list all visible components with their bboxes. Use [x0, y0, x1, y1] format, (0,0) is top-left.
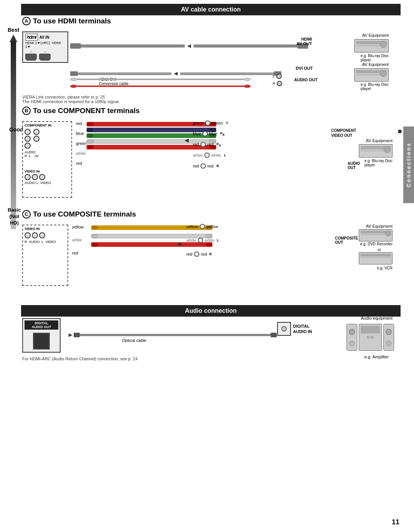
digital-audio-out-label: DIGITALAUDIO OUT [25, 320, 58, 330]
component-tv-panel: COMPONENT IN AUDIO R L AV VIDEO IN [22, 121, 72, 198]
digital-audio-out-box: DIGITALAUDIO OUT [22, 318, 61, 353]
section-b-circle: B [22, 107, 31, 115]
quality-indicator: Best Good Basic(Not HD) [8, 27, 19, 230]
section-b-diagram: COMPONENT IN AUDIO R L AV VIDEO IN [22, 117, 400, 213]
hdmi-dvi-cable: ◄ [70, 70, 281, 77]
sidebar-dot [398, 130, 402, 133]
quality-good-label: Good [9, 126, 23, 133]
arrow-c: ◄ [176, 240, 182, 248]
hdmi-port-labels: HDMI 1▼(ARC) HDMI 2▼ [25, 41, 65, 49]
av-in-label: AV IN [39, 35, 49, 39]
amplifier-note: e.g. Amplifier [364, 355, 389, 359]
dvi-out-label: DVI OUT [296, 66, 313, 71]
hdmi-port-1 [25, 54, 37, 61]
audio-cable-l [70, 77, 251, 81]
section-a-diagram: hdmi AV IN HDMI 1▼(ARC) HDMI 2▼ → → [22, 28, 400, 104]
av-equipment-2-box [354, 68, 389, 82]
component-video-out: COMPONENTVIDEO OUT [331, 128, 356, 138]
composite-tv-panel: VIDEO IN R AUDIO L VIDEO [22, 225, 68, 286]
right-sidebar: Connections [403, 126, 414, 203]
av-equipment-2-note: e.g. Blu-ray Discplayer [361, 82, 389, 91]
arrow-b: ◄ [183, 136, 190, 144]
av-equipment-b-label: AV Equipment [366, 138, 393, 143]
optical-cable-label: Optical cable [122, 338, 146, 343]
av-equipment-c1-note: e.g. DVD Recorder [360, 242, 393, 246]
section-a-notes: VIERA Link connection, please refer to p… [22, 95, 120, 104]
digital-audio-in-icon [277, 322, 291, 336]
section-b: B To use COMPONENT terminals COMPONENT I… [22, 107, 400, 213]
wire-labels-left-c: yellow white red [72, 225, 84, 255]
av-equipment-c1-box [359, 229, 393, 241]
hdmi-out-label: HDMIAV OUT [296, 37, 312, 46]
audio-section: DIGITALAUDIO OUT ► Optical cable DIGITAL… [22, 314, 400, 391]
note-1: VIERA Link connection, please refer to p… [22, 95, 120, 99]
av-equipment-1-box [354, 39, 389, 53]
mid-labels-b: green green Y blue blue PB red red PR wh… [193, 120, 228, 169]
section-c-circle: C [22, 210, 31, 218]
section-c: C To use COMPOSITE terminals VIDEO IN R … [22, 210, 400, 305]
digital-audio-in-label: DIGITALAUDIO IN [293, 323, 312, 335]
composite-out-label: COMPOSITEOUT [335, 236, 358, 245]
av-equipment-2-label: AV Equipment [362, 62, 389, 67]
av-equipment-c2-box [359, 252, 393, 264]
hdmi-port-2 [39, 54, 51, 61]
quality-basic-label: Basic(Not HD) [8, 207, 21, 227]
hdmi-ports: → → [25, 50, 65, 61]
section-a-title-row: A To use HDMI terminals [22, 17, 400, 25]
mid-connectors-c: yellow yellow white white L red red R [186, 224, 219, 257]
svg-marker-0 [10, 34, 17, 42]
connections-label: Connections [406, 142, 412, 187]
av-equipment-1-note: e.g. Blu-ray Discplayer [361, 54, 389, 62]
av-equipment-b-note: e.g. Blu-ray Discplayer [365, 159, 393, 167]
section-a-title: To use HDMI terminals [33, 17, 111, 25]
section-a: A To use HDMI terminals hdmi AV IN HDMI … [22, 15, 400, 104]
av-cable-header: AV cable connection [21, 4, 401, 15]
av-equipment-1-label: AV Equipment [362, 33, 389, 38]
hdmi-logo: hdmi [25, 34, 38, 41]
digital-audio-in-area: DIGITALAUDIO IN [277, 322, 312, 336]
audio-out-b: AUDIOOUT [348, 161, 360, 170]
section-c-title: To use COMPOSITE terminals [33, 210, 136, 218]
wire-labels-left-b: red blue green white red [76, 121, 87, 166]
audio-out-connectors: L R [273, 74, 283, 86]
optical-port [33, 333, 50, 350]
audio-equipment-box [347, 322, 396, 353]
section-c-title-row: C To use COMPOSITE terminals [22, 210, 400, 218]
av-equipment-c3-note: e.g. VCR [377, 266, 393, 270]
section-b-title: To use COMPONENT terminals [33, 107, 140, 115]
optical-cable-diagram: ► [67, 332, 274, 338]
audio-out-label: AUDIO OUT [294, 77, 318, 82]
av-equipment-c-label: AV Equipment [366, 224, 393, 228]
quality-best-label: Best [8, 27, 19, 33]
av-equipment-c2-note: or [378, 248, 381, 252]
page-number: 11 [392, 518, 399, 526]
section-c-diagram: VIDEO IN R AUDIO L VIDEO yellow white re… [22, 221, 400, 305]
audio-equipment-label: Audio equipment [361, 316, 393, 320]
audio-cable-r [70, 84, 251, 88]
section-a-circle: A [22, 17, 31, 25]
audio-footnote: For HDMI-ARC (Audio Return Channel) conn… [22, 356, 138, 361]
section-b-title-row: B To use COMPONENT terminals [22, 107, 400, 115]
svg-rect-1 [11, 41, 16, 229]
av-equipment-b-box [359, 144, 393, 158]
hdmi-cable-1: ◄ [70, 42, 308, 50]
tv-panel-a: hdmi AV IN HDMI 1▼(ARC) HDMI 2▼ → → [22, 31, 68, 63]
note-2: The HDMI connection is required for a 10… [22, 99, 120, 104]
